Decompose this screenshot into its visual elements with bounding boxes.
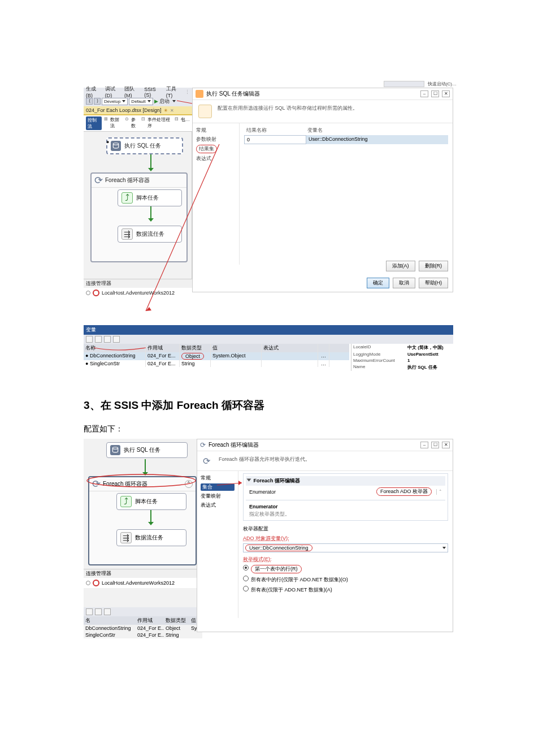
foreach-container[interactable]: ⟳ Foreach 循环容器 ⌃ ⤴ 脚本任务 ⇶ 数 [88,476,197,565]
svg-point-4 [112,447,118,450]
designer-surface[interactable]: 执行 SQL 任务 ● ⟳ Foreach 循环容器 ⤴ 脚本任务 ⇶ [84,132,192,279]
arrow-2 [150,206,151,219]
record-icon [93,290,99,296]
dataflow-icon: ⇶ [121,228,133,240]
properties-panel: LocaleID中文 (简体，中国) LoggingModeUseParentS… [351,344,453,371]
close-icon[interactable]: ✕ [170,108,174,113]
script-task[interactable]: ⤴ 脚本任务 [116,493,186,510]
dataflow-icon: ⇶ [120,532,132,543]
screenshot-2: 执行 SQL 任务 ⟳ Foreach 循环容器 ⌃ ⤴ 脚本任务 [84,439,453,638]
maximize-icon[interactable]: ☐ [431,442,439,448]
sql-task-editor-dialog: 执行 SQL 任务编辑器 – ☐ ✕ 配置在所用所选连接运行 SQL 语句和存储… [192,88,453,292]
sql-task-icon [111,141,121,151]
dataflow-task[interactable]: ⇶ 数据流任务 [118,226,182,243]
ado-source-combo[interactable]: User::DbConnectionString [243,543,448,552]
vs-menubar[interactable]: 生成(B) 调试(D) 团队(M) SSIS (S) 工具(T) ⋮ [84,88,192,96]
close-icon[interactable]: ✕ [442,442,450,448]
arrow [145,459,146,473]
designer-tabs[interactable]: 控制流 ⊞数据流 ⊙参数 ⊡事件处理程序 ⊟包… [84,115,192,132]
foreach-icon: ⟳ [200,442,206,448]
section-heading: 3、在 SSIS 中添加 Foreach 循环容器 [84,398,534,413]
dialog-subtitle: Foreach 循环容器允许对枚举执行迭代。 [219,456,310,463]
var-row-dbconn[interactable]: ● DbConnectionString 024_For E... Object… [84,352,349,360]
mode-label: 枚举模式(E): [243,556,448,563]
script-task[interactable]: ⤴ 脚本任务 [118,189,182,206]
success-arrow [150,154,151,169]
expand-icon[interactable]: ⌃ [185,480,193,488]
chevron-down-icon[interactable] [247,479,251,482]
var-row-single[interactable]: ● SingleConStr 024_For E... String … [84,360,349,367]
vs-chrome-left: 生成(B) 调试(D) 团队(M) SSIS (S) 工具(T) ⋮ ⟨ ⟩ D… [84,88,192,298]
nav-resultset[interactable]: 结果集 [196,145,217,153]
group-title: Foreach 循环编辑器 [254,478,301,483]
resultset-grid[interactable]: 结果名称 变量名 0 User::DbConnectionString [239,123,453,265]
grid-row[interactable]: 0 User::DbConnectionString [244,135,448,144]
platform-combo[interactable]: Default [129,98,153,105]
sql-task-icon [110,445,120,455]
vars-grid[interactable]: 名称 作用域 数据类型 值 表达式 ● DbConnectionString 0… [84,344,349,367]
document-tab[interactable]: 024_For Each Loop.dtsx [Design] ✳ ✕ [84,106,192,115]
screenshot-1: 快速启动(C)… 生成(B) 调试(D) 团队(M) SSIS (S) 工具(T… [84,88,453,367]
section-text: 配置如下： [84,424,534,434]
radio-all-rows[interactable] [243,576,249,581]
scroll-icon[interactable]: ˄ [436,489,442,495]
radio-all-tables[interactable] [243,586,249,591]
dialog-title: 执行 SQL 任务编辑器 [206,90,260,98]
server-icon [86,581,90,585]
var-row-single[interactable]: SingleConStr 024_For E... String [84,632,202,638]
start-icon[interactable]: ▶ [154,98,158,104]
remove-button[interactable]: 删除(R) [419,261,449,271]
maximize-icon[interactable]: ☐ [431,90,439,97]
vars-toolbar[interactable] [84,335,453,344]
sql-task[interactable]: 执行 SQL 任务 [106,442,188,458]
foreach-icon: ⟳ [92,479,101,489]
help-button[interactable]: 帮助(H) [419,278,449,288]
cfg-label: 枚举器配置 [243,525,448,533]
cm-header: 连接管理器 [84,569,202,578]
minimize-icon[interactable]: – [420,442,428,448]
vs-quick-launch: 快速启动(C)… [384,81,457,87]
cm-header: 连接管理器 [84,279,192,288]
var-row-dbconn[interactable]: DbConnectionString 024_For E... Object S… [84,625,202,632]
dialog-title: Foreach 循环编辑器 [209,441,259,449]
dialog-main: Foreach 循环编辑器 Enumerator Foreach ADO 枚举器… [238,471,453,618]
enum-label: Enumerator [249,489,276,495]
close-icon[interactable]: ✕ [442,90,450,97]
vars-grid[interactable]: 名 作用域 数据类型 值 DbConnectionString 024_For … [84,616,202,638]
designer-left: 执行 SQL 任务 ⟳ Foreach 循环容器 ⌃ ⤴ 脚本任务 [84,439,202,638]
foreach-icon: ⟳ [94,175,103,185]
svg-marker-2 [146,307,151,311]
sql-large-icon [198,105,212,118]
enum-value[interactable]: Foreach ADO 枚举器 [376,487,432,496]
vars-title: 变量 [84,325,453,335]
foreach-large-icon: ⟳ [203,456,213,466]
ok-button[interactable]: 确定 [367,278,389,288]
connector-handle[interactable]: ● [106,139,109,145]
config-combo[interactable]: Develop [102,98,128,105]
dialog-nav[interactable]: 常规 集合 变量映射 表达式 [197,471,238,618]
svg-point-0 [113,143,118,145]
chevron-down-icon[interactable] [442,547,446,549]
record-icon [93,580,99,586]
cancel-button[interactable]: 取消 [393,278,415,288]
dialog-subtitle: 配置在所用所选连接运行 SQL 语句和存储过程时所需的属性。 [218,105,358,112]
radio-first-table[interactable] [243,565,249,571]
arrow-2 [150,510,151,522]
enum-desc: 指定枚举器类型。 [246,511,445,518]
add-button[interactable]: 添加(A) [386,261,415,271]
server-icon [86,291,90,295]
nav-fwd-icon[interactable]: ⟩ [94,98,101,105]
variables-panel: 变量 名称 作用域 数据类型 值 表达式 ● DbConnectionStrin… [84,325,453,367]
dataflow-task[interactable]: ⇶ 数据流任务 [116,529,186,546]
foreach-container[interactable]: ⟳ Foreach 循环容器 ⤴ 脚本任务 ⇶ 数据流任务 [90,172,188,262]
vars-toolbar[interactable] [84,607,202,616]
dialog-icon [196,90,203,98]
connection-item[interactable]: LocalHost.AdventureWorks2012 [84,578,202,588]
dialog-nav[interactable]: 常规 参数映射 结果集 表达式 [193,123,239,265]
nav-collection[interactable]: 集合 [201,483,235,491]
script-icon: ⤴ [121,192,133,204]
nav-back-icon[interactable]: ⟨ [86,98,93,105]
connection-item[interactable]: LocalHost.AdventureWorks2012 [84,288,192,298]
sql-task[interactable]: 执行 SQL 任务 [106,137,183,154]
minimize-icon[interactable]: – [420,90,428,97]
